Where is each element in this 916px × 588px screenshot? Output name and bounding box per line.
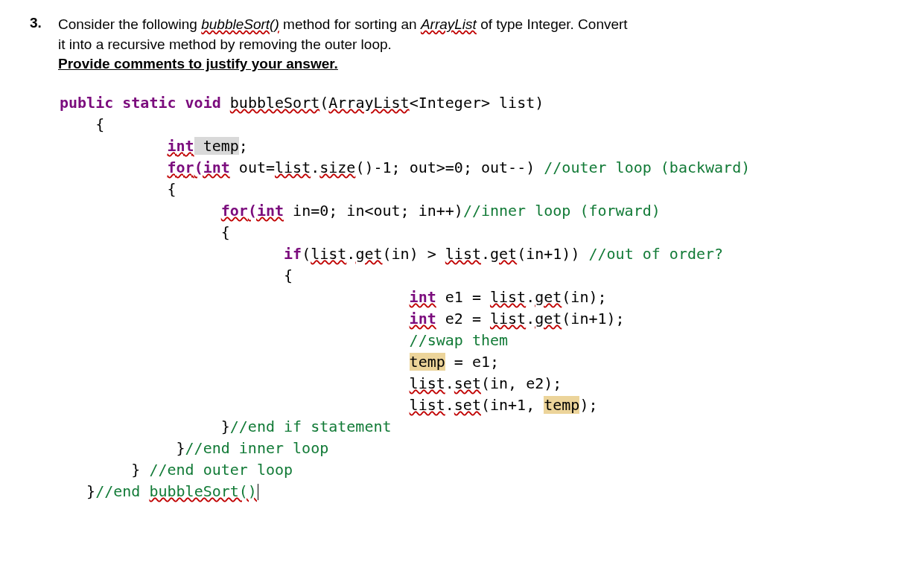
temp-rest: = e1;	[445, 353, 499, 371]
kw-for-inner: for	[221, 202, 248, 220]
cmt-swap: //swap them	[410, 331, 508, 349]
q-line2: it into a recursive method by removing t…	[58, 36, 392, 52]
q-class-name: ArrayList	[421, 16, 477, 32]
paren-open: (	[319, 94, 328, 112]
brace-open-inner: {	[60, 223, 230, 241]
outer-size: size	[319, 159, 355, 176]
brace-open-if: {	[60, 266, 293, 284]
s2-arg: (in+1);	[562, 310, 624, 327]
s1-list: list	[490, 288, 526, 306]
swap-indent5	[60, 374, 410, 392]
inner-rest: in=0; in<out; in++)	[284, 202, 463, 220]
e2-eq: e2 =	[436, 310, 490, 327]
q-text-c: of type Integer. Convert	[477, 16, 628, 32]
cmt-end-fn-a: //end	[95, 482, 149, 500]
swap-indent4	[60, 353, 410, 371]
outer-list: list	[275, 159, 311, 176]
kw-public-static-void: public static void	[60, 94, 221, 112]
text-cursor	[258, 484, 258, 500]
dot7: .	[445, 396, 454, 414]
cmt-end-fn-b: bubbleSort()	[149, 482, 257, 500]
dot3: .	[481, 245, 490, 263]
method-name: bubbleSort	[230, 94, 319, 112]
dot4: .	[526, 288, 535, 306]
swap-indent6	[60, 396, 410, 414]
brace-close-fn: }	[60, 482, 95, 500]
s6-temp: temp	[544, 396, 579, 414]
dot6: .	[445, 374, 454, 392]
s5-arg: (in, e2);	[481, 374, 562, 392]
q-text-a: Consider the following	[58, 16, 201, 32]
kw-if: if	[284, 245, 302, 263]
dot: .	[311, 159, 319, 176]
question-block: 3. Consider the following bubbleSort() m…	[30, 15, 886, 74]
if-arg2: (in+1))	[517, 245, 588, 263]
e1-eq: e1 =	[436, 288, 490, 306]
kw-int: int	[168, 137, 194, 155]
s5-set: set	[454, 374, 481, 392]
cmt-outer-loop: //outer loop (backward)	[544, 159, 750, 176]
cmt-inner-loop: //inner loop (forward)	[463, 202, 661, 220]
var-temp-decl: temp	[194, 137, 239, 155]
kw-int-e2: int	[410, 310, 436, 327]
dot2: .	[346, 245, 355, 263]
outer-rest: ()-1; out>=0; out--)	[355, 159, 544, 176]
temp-assign: temp	[410, 353, 445, 371]
generic-params: <Integer> list)	[410, 94, 544, 112]
question-text: Consider the following bubbleSort() meth…	[58, 15, 886, 74]
cmt-end-inner: //end inner loop	[185, 439, 329, 457]
s1-get: get	[535, 288, 562, 306]
code-block: public static void bubbleSort(ArrayList<…	[60, 92, 886, 502]
type-arraylist: ArrayList	[328, 94, 409, 112]
brace-close-if: }	[60, 418, 230, 435]
dot5: .	[526, 310, 535, 327]
indent-if	[60, 245, 284, 263]
brace-open-fn: {	[60, 115, 104, 133]
brace-open-outer: {	[60, 180, 176, 198]
if-par: (	[302, 245, 311, 263]
swap-indent3	[60, 331, 410, 349]
q-instruction: Provide comments to justify your answer.	[58, 56, 338, 71]
question-number: 3.	[30, 15, 58, 74]
if-get1: get	[355, 245, 382, 263]
if-list1: list	[311, 245, 346, 263]
cmt-end-if: //end if statement	[230, 418, 392, 435]
semi: ;	[239, 137, 248, 155]
kw-for-outer: for	[168, 159, 194, 176]
brace-close-outer: }	[60, 461, 149, 479]
s6-set: set	[454, 396, 481, 414]
s5-list: list	[410, 374, 445, 392]
kw-int-e1: int	[410, 288, 436, 306]
swap-indent1	[60, 288, 410, 306]
s6-arg-a: (in+1,	[481, 396, 544, 414]
cmt-end-outer: //end outer loop	[149, 461, 293, 479]
indent	[60, 202, 221, 220]
s6-arg-b: );	[579, 396, 597, 414]
if-list2: list	[445, 245, 481, 263]
brace-close-inner: }	[60, 439, 185, 457]
s1-arg: (in);	[562, 288, 606, 306]
s2-get: get	[535, 310, 562, 327]
q-text-b: method for sorting an	[279, 16, 421, 32]
if-arg1: (in) >	[383, 245, 445, 263]
kw-forint-inner: (int	[248, 202, 284, 220]
q-method-name: bubbleSort()	[201, 16, 279, 32]
cmt-out-of-order: //out of order?	[588, 245, 723, 263]
outer-assign: out=	[230, 159, 275, 176]
kw-forint-outer: (int	[194, 159, 230, 176]
s6-list: list	[410, 396, 445, 414]
swap-indent2	[60, 310, 410, 327]
s2-list: list	[490, 310, 526, 327]
if-get2: get	[490, 245, 517, 263]
